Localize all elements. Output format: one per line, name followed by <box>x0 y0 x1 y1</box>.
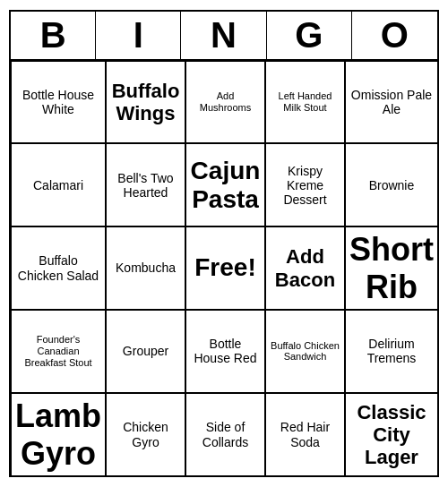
cell-text: Lamb Gyro <box>15 397 101 472</box>
bingo-cell: Cajun Pasta <box>185 143 265 226</box>
cell-text: Founder's Canadian Breakfast Stout <box>15 334 101 368</box>
cell-text: Omission Pale Ale <box>349 88 434 116</box>
cell-text: Buffalo Wings <box>110 80 181 125</box>
bingo-cell: Buffalo Chicken Sandwich <box>265 310 345 393</box>
cell-text: Free! <box>194 253 255 282</box>
bingo-header: BINGO <box>11 12 437 61</box>
bingo-cell: Side of Collards <box>185 393 265 476</box>
bingo-cell: Kombucha <box>106 226 185 310</box>
bingo-cell: Left Handed Milk Stout <box>265 61 345 144</box>
bingo-cell: Red Hair Soda <box>265 393 345 476</box>
cell-text: Grouper <box>123 344 168 358</box>
cell-text: Bottle House White <box>15 88 101 116</box>
cell-text: Krispy Kreme Dessert <box>270 164 340 207</box>
cell-text: Left Handed Milk Stout <box>270 90 340 113</box>
header-letter: O <box>352 12 437 59</box>
bingo-cell: Delirium Tremens <box>345 310 437 393</box>
header-letter: B <box>11 12 96 59</box>
header-letter: I <box>96 12 181 59</box>
bingo-cell: Brownie <box>345 143 437 226</box>
cell-text: Delirium Tremens <box>349 337 434 365</box>
cell-text: Calamari <box>33 178 83 192</box>
cell-text: Chicken Gyro <box>110 420 181 449</box>
bingo-cell: Buffalo Chicken Salad <box>11 226 106 310</box>
bingo-cell: Classic City Lager <box>345 393 437 476</box>
bingo-cell: Bottle House White <box>11 61 106 144</box>
header-letter: N <box>181 12 266 59</box>
bingo-cell: Add Bacon <box>265 226 345 310</box>
cell-text: Classic City Lager <box>349 401 434 469</box>
bingo-cell: Buffalo Wings <box>106 61 185 144</box>
bingo-cell: Short Rib <box>345 226 437 310</box>
bingo-cell: Calamari <box>11 143 106 226</box>
header-letter: G <box>267 12 352 59</box>
cell-text: Buffalo Chicken Sandwich <box>270 340 340 363</box>
cell-text: Add Mushrooms <box>190 90 261 113</box>
bingo-cell: Krispy Kreme Dessert <box>265 143 345 226</box>
cell-text: Brownie <box>369 178 415 192</box>
bingo-card: BINGO Bottle House WhiteBuffalo WingsAdd… <box>9 10 439 478</box>
bingo-cell: Omission Pale Ale <box>345 61 437 144</box>
cell-text: Add Bacon <box>270 245 340 291</box>
cell-text: Short Rib <box>349 231 434 305</box>
bingo-grid: Bottle House WhiteBuffalo WingsAdd Mushr… <box>11 61 437 476</box>
bingo-cell: Founder's Canadian Breakfast Stout <box>11 310 106 393</box>
bingo-cell: Grouper <box>106 310 185 393</box>
bingo-cell: Chicken Gyro <box>106 393 185 476</box>
bingo-cell: Bottle House Red <box>185 310 265 393</box>
bingo-cell: Bell's Two Hearted <box>106 143 185 226</box>
bingo-cell: Free! <box>185 226 265 310</box>
cell-text: Bell's Two Hearted <box>110 171 181 200</box>
cell-text: Cajun Pasta <box>190 157 261 214</box>
cell-text: Buffalo Chicken Salad <box>15 253 101 282</box>
cell-text: Kombucha <box>116 261 176 275</box>
cell-text: Red Hair Soda <box>270 420 340 449</box>
bingo-cell: Lamb Gyro <box>11 393 106 476</box>
cell-text: Bottle House Red <box>190 337 261 365</box>
cell-text: Side of Collards <box>190 420 261 449</box>
bingo-cell: Add Mushrooms <box>185 61 265 144</box>
